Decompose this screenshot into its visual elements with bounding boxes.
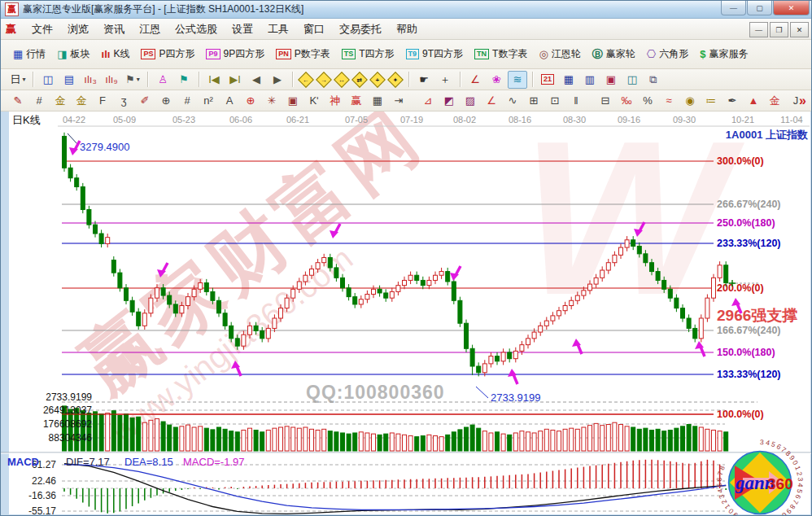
percent-icon[interactable]: % — [638, 92, 657, 110]
zoom-right-icon[interactable]: → — [316, 72, 332, 88]
pen-tool-icon[interactable]: ✒ — [723, 92, 742, 110]
hand-tool-icon[interactable]: ☛ — [414, 71, 434, 89]
star-grid-icon[interactable]: ✳ — [262, 92, 282, 110]
draw-pencil2-icon[interactable]: ✐ — [135, 92, 155, 110]
menu-tools[interactable]: 工具 — [260, 20, 296, 39]
menu-formula-stockpick[interactable]: 公式选股 — [168, 20, 225, 39]
a-fan-icon[interactable]: ▲ — [744, 92, 763, 110]
n-square-icon[interactable]: n² — [199, 92, 218, 110]
box-grid-icon[interactable]: ▣ — [283, 92, 303, 110]
9t-square-button[interactable]: T99T四方形 — [400, 46, 469, 63]
t-number-table-button[interactable]: TNT数字表 — [469, 46, 533, 63]
gann-grid-icon[interactable]: # — [29, 92, 49, 110]
gold-ratio-2-icon[interactable]: 金 — [72, 92, 91, 110]
spiral-icon[interactable]: ʒ — [114, 92, 133, 110]
save-icon[interactable]: ▣ — [601, 71, 621, 89]
p-square-button[interactable]: PSP四方形 — [135, 46, 200, 63]
zoom-horizontal-icon[interactable]: ↔ — [334, 72, 350, 88]
maximize-button[interactable]: ▢ — [747, 1, 772, 15]
winner-wheel-button[interactable]: Ⓑ赢家轮 — [587, 46, 641, 63]
angle-tool-icon[interactable]: ∠ — [465, 71, 485, 89]
f-angle-icon[interactable]: F — [807, 92, 812, 110]
win-tool-icon[interactable]: 赢 — [347, 92, 366, 110]
menu-help[interactable]: 帮助 — [389, 20, 425, 39]
kline-chart-canvas[interactable]: 赢家财富网www.yingjia360.comWQQ:100800360日K线0… — [1, 112, 812, 516]
menu-file[interactable]: 文件 — [24, 20, 60, 39]
flag-marker-icon[interactable]: ⚑▾ — [123, 71, 142, 89]
gold-red-icon[interactable]: 金 — [765, 92, 784, 110]
hexagon-button[interactable]: ⎔六角形 — [641, 46, 694, 63]
winner-service-button[interactable]: $赢家服务 — [694, 46, 753, 63]
calendar-icon[interactable]: 21 — [538, 71, 557, 89]
p-number-table-button[interactable]: PNP数字表 — [270, 46, 336, 63]
last-bar-icon[interactable]: ▶I — [225, 71, 245, 89]
color-flag-icon[interactable]: ⚑ — [174, 71, 194, 89]
grid-b-icon[interactable]: ⊡ — [545, 92, 565, 110]
print-icon[interactable]: ⧉ — [644, 71, 663, 89]
kline-button[interactable]: ılıK线 — [96, 46, 136, 63]
pattern-tool-icon[interactable]: ❀ — [487, 71, 506, 89]
snapshot-icon[interactable]: ◫ — [622, 71, 642, 89]
9p-square-button[interactable]: P99P四方形 — [200, 46, 270, 63]
k-quote-icon[interactable]: Kʹ — [304, 92, 324, 110]
permille-icon[interactable]: ‰ — [617, 92, 636, 110]
shen-tool-icon[interactable]: 神 — [325, 92, 345, 110]
toolbar-separator — [408, 72, 409, 87]
calculator-icon[interactable]: ▦ — [559, 71, 578, 89]
mdi-close-button[interactable]: ✕ — [790, 22, 809, 37]
t-square-button[interactable]: TST四方形 — [336, 46, 400, 63]
slant-lines-icon[interactable]: ǁ — [566, 92, 586, 110]
zoom-plus-icon[interactable]: + — [369, 72, 386, 88]
menu-trade[interactable]: 交易委托 — [332, 20, 389, 39]
grid2-icon[interactable]: # — [177, 92, 197, 110]
period-selector[interactable]: 日▾ — [8, 71, 28, 89]
notes-icon[interactable]: ▥ — [580, 71, 600, 89]
gann-level-label: 266.67%(240) — [717, 199, 781, 210]
close-button[interactable]: ✕ — [773, 1, 810, 15]
gann-dial-icon[interactable]: ⊕ — [156, 92, 176, 110]
hatch-box-icon[interactable]: ▨ — [461, 92, 480, 110]
fibo-f-icon[interactable]: F — [93, 92, 112, 110]
bars9-icon[interactable]: ılı₉ — [102, 71, 121, 89]
gold-lines-icon[interactable]: ≔ — [701, 92, 721, 110]
menu-browse[interactable]: 浏览 — [60, 20, 96, 39]
span-tool-icon[interactable]: ⇥ — [389, 92, 408, 110]
fan-lines-icon[interactable]: ∠ — [482, 92, 501, 110]
quote-list-icon[interactable]: ▤ — [59, 71, 79, 89]
more-tools-chevron[interactable]: » — [799, 94, 806, 108]
figure-tool-icon[interactable]: ♙ — [153, 71, 172, 89]
zoom-star-icon[interactable]: ✦ — [387, 72, 404, 88]
grid-a-icon[interactable]: ⊞ — [524, 92, 544, 110]
sectors-button[interactable]: ◨板块 — [51, 46, 95, 63]
window-layout-icon[interactable]: ◫ — [38, 71, 58, 89]
quotes-button[interactable]: ▦行情 — [7, 46, 51, 63]
chart-area[interactable]: 赢家财富网www.yingjia360.comWQQ:100800360日K线0… — [1, 112, 812, 516]
target-icon[interactable]: ⊕ — [241, 92, 260, 110]
prev-bar-icon[interactable]: ◀ — [247, 71, 266, 89]
menu-news[interactable]: 资讯 — [96, 20, 132, 39]
menu-settings[interactable]: 设置 — [225, 20, 260, 39]
menu-gann[interactable]: 江恩 — [132, 20, 168, 39]
zoom-left-icon[interactable]: ← — [298, 72, 314, 88]
fan-red-icon[interactable]: ⊿ — [418, 92, 438, 110]
draw-pencil-icon[interactable]: ✎ — [8, 92, 28, 110]
crosshair-tool-icon[interactable]: ＋ — [435, 71, 455, 89]
scale-tool-icon[interactable]: ⊟ — [596, 92, 615, 110]
minimize-button[interactable]: — — [721, 1, 746, 15]
gold-ratio-1-icon[interactable]: 金 — [50, 92, 70, 110]
wave-tool-icon[interactable]: ≋ — [508, 71, 527, 89]
gann-wheel-button[interactable]: ◎江恩轮 — [533, 46, 586, 63]
gold-circle-icon[interactable]: ◉ — [680, 92, 700, 110]
mdi-restore-button[interactable]: ❐ — [770, 22, 788, 37]
shade-box-icon[interactable]: ◩ — [439, 92, 459, 110]
first-bar-icon[interactable]: I◀ — [204, 71, 224, 89]
mdi-minimize-button[interactable]: — — [749, 22, 768, 37]
grid123-icon[interactable]: ▦ — [368, 92, 387, 110]
zoom-swap-icon[interactable]: ⇄ — [351, 72, 368, 88]
menu-window[interactable]: 窗口 — [296, 20, 332, 39]
bars3-icon[interactable]: ılı₃ — [81, 71, 100, 89]
next-bar-icon[interactable]: ▶ — [268, 71, 287, 89]
percent-eq-icon[interactable]: ≈ — [659, 92, 679, 110]
a-mirror-icon[interactable]: A — [220, 92, 239, 110]
zigzag-icon[interactable]: ∿ — [503, 92, 522, 110]
